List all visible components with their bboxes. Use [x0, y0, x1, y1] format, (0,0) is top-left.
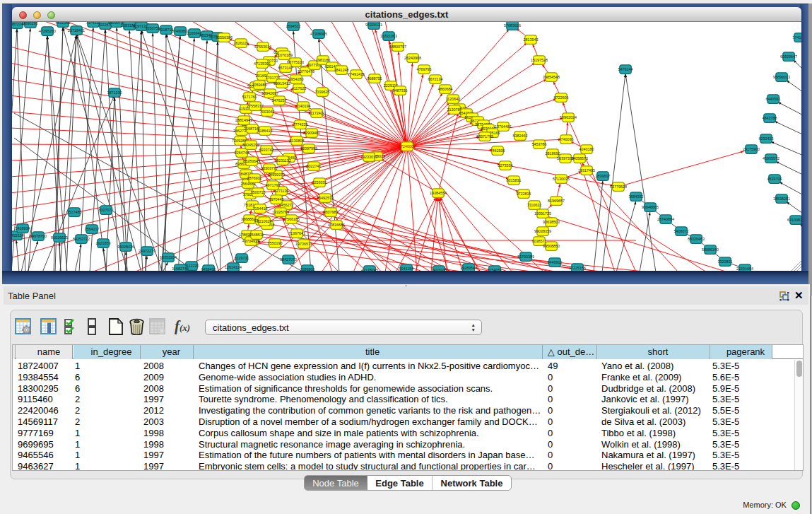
- svg-text:7089806: 7089806: [300, 267, 315, 271]
- svg-text:29175900: 29175900: [743, 147, 760, 151]
- svg-text:98231132: 98231132: [274, 158, 291, 163]
- svg-text:45935572: 45935572: [763, 156, 779, 160]
- svg-text:53779528: 53779528: [610, 185, 627, 189]
- svg-text:1059486: 1059486: [252, 83, 267, 87]
- svg-text:95320121: 95320121: [365, 23, 382, 27]
- svg-text:17240007: 17240007: [399, 144, 416, 148]
- svg-text:2876932: 2876932: [247, 176, 262, 180]
- svg-text:4612365: 4612365: [56, 22, 71, 25]
- svg-text:4842788: 4842788: [763, 116, 777, 120]
- svg-text:6933742: 6933742: [259, 148, 274, 152]
- svg-text:28740864: 28740864: [657, 217, 674, 221]
- svg-text:5171761: 5171761: [242, 95, 257, 99]
- svg-text:15197528: 15197528: [531, 58, 548, 62]
- svg-text:22201654: 22201654: [736, 267, 753, 271]
- svg-text:9517485: 9517485: [67, 210, 82, 214]
- svg-text:13326769: 13326769: [272, 210, 289, 214]
- svg-text:68353204: 68353204: [160, 255, 177, 259]
- svg-text:2626229: 2626229: [234, 41, 249, 45]
- svg-text:7774229: 7774229: [293, 122, 308, 127]
- svg-text:19391725: 19391725: [534, 211, 551, 216]
- svg-text:77491435: 77491435: [348, 72, 365, 76]
- svg-text:4740036: 4740036: [559, 137, 574, 141]
- svg-text:3564217: 3564217: [85, 227, 100, 231]
- svg-text:27566185: 27566185: [283, 217, 300, 221]
- svg-text:7199635: 7199635: [315, 90, 330, 94]
- svg-text:8722606: 8722606: [554, 95, 569, 100]
- svg-text:39854548: 39854548: [543, 75, 560, 79]
- svg-text:95899313: 95899313: [773, 75, 790, 79]
- svg-text:71070189: 71070189: [276, 53, 293, 57]
- svg-text:89978790: 89978790: [30, 234, 47, 238]
- svg-text:5041154: 5041154: [399, 267, 414, 271]
- svg-text:7110622: 7110622: [527, 203, 542, 207]
- svg-text:1981186: 1981186: [316, 58, 331, 62]
- svg-text:4971793: 4971793: [266, 183, 281, 187]
- svg-text:5479144: 5479144: [618, 67, 633, 71]
- svg-text:5446912: 5446912: [548, 260, 563, 264]
- svg-text:5130808: 5130808: [290, 139, 305, 143]
- svg-text:42138745: 42138745: [361, 268, 378, 271]
- svg-text:71367643: 71367643: [288, 231, 305, 235]
- svg-text:47135391: 47135391: [254, 62, 271, 66]
- svg-text:3154051: 3154051: [488, 268, 502, 271]
- svg-text:4539704: 4539704: [767, 177, 782, 181]
- svg-text:7462506: 7462506: [490, 148, 505, 153]
- svg-text:90048665: 90048665: [642, 205, 659, 209]
- svg-text:2921859: 2921859: [96, 241, 111, 245]
- svg-text:82909480: 82909480: [303, 131, 320, 135]
- svg-text:2818692: 2818692: [546, 151, 560, 156]
- svg-text:1841248: 1841248: [334, 68, 349, 72]
- svg-text:88320463: 88320463: [688, 237, 705, 241]
- svg-text:7455324: 7455324: [12, 233, 24, 238]
- svg-text:26240908: 26240908: [404, 56, 421, 60]
- svg-text:31682744: 31682744: [172, 267, 189, 271]
- svg-text:6573147: 6573147: [278, 66, 293, 70]
- svg-text:19384554: 19384554: [430, 191, 447, 195]
- svg-text:5408072: 5408072: [674, 229, 689, 233]
- svg-text:99508850: 99508850: [543, 244, 560, 248]
- svg-text:93303777: 93303777: [261, 166, 278, 170]
- svg-text:87490893: 87490893: [172, 29, 189, 33]
- svg-text:93638503: 93638503: [543, 220, 560, 224]
- svg-text:4860684: 4860684: [438, 87, 453, 91]
- svg-text:6672134: 6672134: [428, 77, 443, 81]
- svg-text:6022741: 6022741: [307, 164, 322, 168]
- svg-text:5186414: 5186414: [258, 129, 273, 133]
- svg-text:19317495: 19317495: [578, 168, 595, 173]
- svg-text:23718431: 23718431: [68, 28, 85, 33]
- svg-text:3607983: 3607983: [324, 210, 339, 214]
- svg-text:7550190: 7550190: [268, 241, 283, 245]
- svg-text:60929647: 60929647: [780, 54, 797, 59]
- svg-text:2140194: 2140194: [296, 104, 311, 108]
- svg-text:57683626: 57683626: [504, 23, 521, 28]
- svg-text:47308985: 47308985: [310, 32, 327, 36]
- svg-text:28814949: 28814949: [235, 118, 252, 122]
- svg-text:8688755: 8688755: [367, 76, 382, 81]
- svg-text:38427073: 38427073: [280, 257, 297, 262]
- svg-text:56397338: 56397338: [557, 156, 574, 160]
- svg-text:2437026: 2437026: [432, 268, 447, 271]
- svg-text:27558317: 27558317: [247, 104, 264, 108]
- svg-text:2839607: 2839607: [596, 174, 611, 178]
- svg-text:2813543: 2813543: [524, 37, 539, 42]
- svg-text:47816686: 47816686: [328, 223, 345, 227]
- svg-text:58586340: 58586340: [702, 247, 719, 252]
- svg-text:4117625: 4117625: [292, 86, 307, 90]
- svg-text:13704481: 13704481: [495, 124, 512, 129]
- svg-text:7003042: 7003042: [260, 110, 275, 114]
- svg-text:8315831: 8315831: [507, 178, 522, 182]
- svg-text:99913412: 99913412: [273, 81, 290, 86]
- svg-text:3500715: 3500715: [251, 190, 266, 194]
- svg-text:5453786: 5453786: [532, 142, 547, 146]
- svg-text:35556386: 35556386: [216, 35, 233, 40]
- svg-text:38538251: 38538251: [773, 197, 790, 201]
- svg-text:85283645: 85283645: [243, 159, 260, 163]
- svg-text:81016525: 81016525: [51, 235, 68, 240]
- svg-text:7350753: 7350753: [146, 26, 160, 30]
- svg-text:84045292: 84045292: [242, 143, 259, 147]
- svg-text:9487336: 9487336: [393, 88, 408, 93]
- svg-text:5382463: 5382463: [513, 134, 528, 138]
- svg-text:12614124: 12614124: [225, 265, 242, 269]
- svg-text:19289546: 19289546: [460, 266, 477, 270]
